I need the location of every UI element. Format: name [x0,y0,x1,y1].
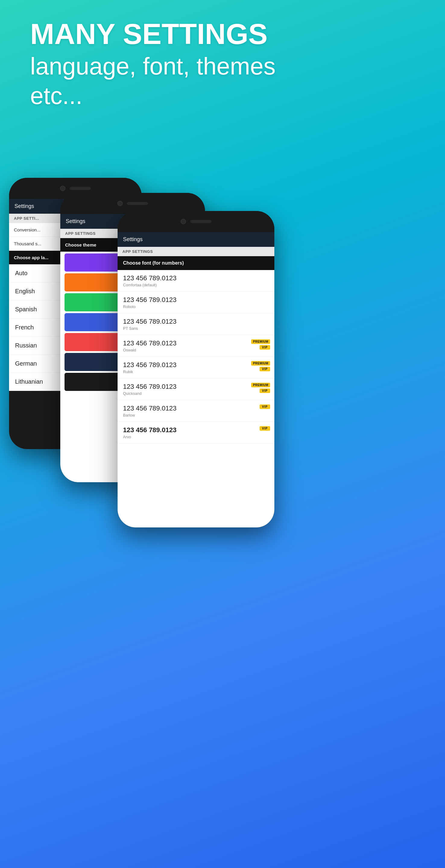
phones-container: Settings APP SETTI... Conversion... Thou… [0,169,445,868]
badge-premium-oswald: PREMIUM [251,339,270,344]
font-number-oswald: 123 456 789.0123 [123,339,269,347]
font-number-ptsans: 123 456 789.0123 [123,318,269,326]
font-item-oswald[interactable]: 123 456 789.0123 Oswald PREMIUM VIP [118,335,274,357]
phone2-speaker [127,202,148,205]
phone2-camera [117,201,123,206]
phone3-dropdown-header: Choose font (for numbers) [118,256,274,270]
phone3-screen: Settings APP SETTINGS Choose font (for n… [118,232,274,527]
badge-row-barlow: VIP [260,404,270,409]
font-number-rubik: 123 456 789.0123 [123,361,269,369]
hero-etc: etc... [30,83,275,109]
phone-font: Settings APP SETTINGS Choose font (for n… [118,211,274,527]
font-item-roboto[interactable]: 123 456 789.0123 Roboto [118,292,274,313]
phone1-speaker [70,187,91,190]
font-item-comfortaa[interactable]: 123 456 789.0123 Comfortaa (default) [118,270,274,292]
font-item-rubik[interactable]: 123 456 789.0123 Rubik PREMIUM VIP [118,357,274,378]
badge-row-arvo: VIP [260,426,270,431]
font-name-arvo: Arvo [123,435,269,439]
phone3-speaker [190,220,211,223]
badge-row-rubik: PREMIUM VIP [251,361,270,371]
font-name-ptsans: PT Sans [123,326,269,331]
hero-subtitle: language, font, themes [30,53,275,80]
font-number-comfortaa: 123 456 789.0123 [123,274,269,282]
phone1-camera [60,186,65,191]
badge-vip-quicksand: VIP [260,389,270,393]
phone3-section: APP SETTINGS [118,247,274,256]
font-item-ptsans[interactable]: 123 456 789.0123 PT Sans [118,313,274,335]
font-number-roboto: 123 456 789.0123 [123,296,269,304]
hero-header: MANY SETTINGS language, font, themes etc… [30,18,275,109]
font-number-barlow: 123 456 789.0123 [123,404,269,412]
font-name-oswald: Oswald [123,348,269,352]
badge-row-quicksand: PREMIUM VIP [251,383,270,393]
font-item-quicksand[interactable]: 123 456 789.0123 Quicksand PREMIUM VIP [118,378,274,400]
font-name-roboto: Roboto [123,304,269,309]
phone3-settings-bar: Settings [118,232,274,247]
font-number-arvo: 123 456 789.0123 [123,426,269,434]
font-item-arvo[interactable]: 123 456 789.0123 Arvo VIP [118,422,274,444]
badge-vip-barlow: VIP [260,404,270,409]
badge-vip-rubik: VIP [260,367,270,371]
badge-row-oswald: PREMIUM VIP [251,339,270,350]
badge-vip-oswald: VIP [260,345,270,350]
font-name-comfortaa: Comfortaa (default) [123,283,269,287]
font-name-quicksand: Quicksand [123,391,269,396]
hero-title: MANY SETTINGS [30,18,275,50]
badge-premium-quicksand: PREMIUM [251,383,270,387]
badge-premium-rubik: PREMIUM [251,361,270,366]
phone3-top [118,211,274,232]
phone3-camera [181,219,186,224]
font-name-barlow: Barlow [123,413,269,417]
badge-vip-arvo: VIP [260,426,270,431]
font-item-barlow[interactable]: 123 456 789.0123 Barlow VIP [118,400,274,422]
font-number-quicksand: 123 456 789.0123 [123,383,269,391]
font-name-rubik: Rubik [123,370,269,374]
